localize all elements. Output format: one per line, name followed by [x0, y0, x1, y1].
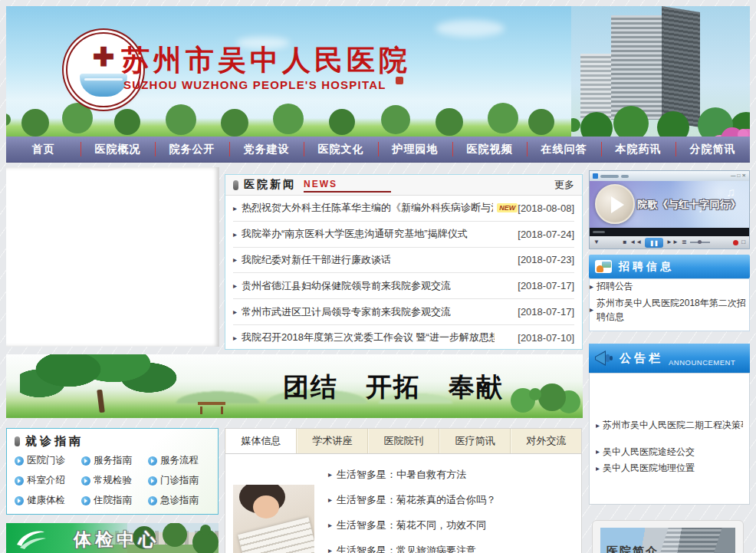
media-tabs-section: 媒体信息 学术讲座 医院院刊 医疗简讯 对外交流 — [225, 428, 582, 553]
pause-button[interactable]: ❚❚ — [645, 238, 663, 248]
maximize-icon[interactable]: □ — [738, 173, 741, 179]
record-icon[interactable] — [733, 240, 738, 245]
media-tab-label: 媒体信息 — [242, 434, 281, 448]
recruit-item-text: 苏州市吴中人民医院2018年第二次招聘信息 — [597, 296, 749, 324]
media-article-item[interactable]: ▸ 生活智多星：菊花不同，功效不同 — [328, 512, 574, 538]
video-caption: 院歌《与红十字同行》 — [637, 198, 741, 212]
news-item-date: [2018-07-17] — [518, 280, 574, 291]
news-item-text: 我院举办“南京医科大学医患沟通研究基地”揭牌仪式 — [242, 227, 468, 241]
nav-item-label: 医院视频 — [467, 143, 513, 156]
media-tab[interactable]: 医疗简讯 — [439, 429, 511, 453]
nav-item[interactable]: 医院概况 — [81, 137, 155, 162]
nav-item[interactable]: 分院简讯 — [675, 137, 750, 162]
guide-link[interactable]: 健康体检 — [15, 494, 81, 507]
guide-link[interactable]: 科室介绍 — [15, 474, 81, 487]
options-icon[interactable]: ▼ — [593, 239, 600, 245]
news-list: ▸ 热烈祝贺大外科主任陈革华主编的《新编外科疾病诊断与治 NEW [2018-0… — [225, 196, 582, 351]
stop-icon[interactable]: ■ — [623, 239, 626, 245]
news-list-item[interactable]: ▸ 我院举办“南京医科大学医患沟通研究基地”揭牌仪式 NEW [2018-07-… — [233, 222, 574, 248]
arrow-bullet-icon: ▸ — [596, 420, 600, 432]
media-article-item[interactable]: ▸ 生活智多星：常见旅游病要注意 — [328, 538, 574, 553]
flower-decor — [738, 129, 748, 137]
arrow-bullet-icon: ▸ — [590, 281, 593, 293]
nav-item[interactable]: 院务公开 — [155, 137, 229, 162]
news-list-item[interactable]: ▸ 我院纪委对新任干部进行廉政谈话 NEW [2018-07-23] — [233, 248, 574, 274]
news-title: 医院新闻 — [244, 178, 296, 192]
media-tab[interactable]: 医院院刊 — [368, 429, 439, 453]
announcement-list: ▸ 苏州市吴中人民医院二期工程决策事 ▸ 吴中人民医院途经公交 ▸ 吴中人民医院… — [589, 373, 750, 505]
guide-link[interactable]: 急诊指南 — [148, 494, 215, 507]
news-header: 医院新闻 NEWS 更多 — [225, 175, 582, 196]
checkup-center-banner[interactable]: 体检中心 — [6, 523, 219, 553]
player-titlebar: — □ ✕ — [590, 171, 749, 181]
hospital-name-cn: 苏州市吴中人民医院 — [121, 41, 411, 80]
nav-item[interactable]: 护理园地 — [378, 137, 452, 162]
news-list-item[interactable]: ▸ 贵州省德江县妇幼保健院领导前来我院参观交流 NEW [2018-07-17] — [233, 273, 574, 299]
building-trees-decor — [571, 118, 580, 132]
announcement-list-item[interactable]: ▸ 吴中人民医院地理位置 — [596, 461, 743, 476]
hospital-building-photo — [571, 6, 750, 137]
news-list-item[interactable]: ▸ 我院召开2018年度第三次党委工作会议 暨“进一步解放思想 NEW [201… — [233, 325, 574, 351]
arrow-bullet-icon: ▸ — [590, 304, 593, 316]
guide-link[interactable]: 住院指南 — [81, 494, 148, 507]
cloud-decor — [436, 20, 505, 37]
previous-icon[interactable]: ◄◄ — [629, 239, 642, 245]
nav-item-label: 首页 — [32, 143, 55, 156]
guide-link-label: 服务流程 — [160, 454, 199, 467]
media-article-item[interactable]: ▸ 生活智多星：中暑自救有方法 — [328, 462, 574, 487]
player-controls: ▼ ■ ◄◄ ❚❚ ►► ≣ □ — [590, 236, 749, 249]
nav-item[interactable]: 医院视频 — [452, 137, 527, 162]
video-player: — □ ✕ ♫ ♪ 院歌《与红十字同行》 ▼ ■ ◄◄ ❚❚ ►► ≣ □ — [589, 170, 750, 249]
playlist-icon[interactable]: ≣ — [682, 239, 687, 245]
close-icon[interactable]: ✕ — [742, 173, 746, 179]
arrow-bullet-icon: ▸ — [233, 230, 237, 239]
guide-title: 就诊指南 — [25, 434, 84, 449]
blue-arrow-circle-icon — [81, 456, 90, 466]
next-icon[interactable]: ►► — [666, 239, 679, 245]
media-tab-label: 学术讲座 — [313, 434, 353, 448]
guide-link[interactable]: 服务流程 — [148, 454, 215, 467]
recruit-section-header: 招聘信息 — [589, 255, 750, 278]
site-header: ✚ 苏州市吴中人民医院 SUZHOU WUZHONG PEOPLE'S HOSP… — [6, 6, 750, 137]
hospital-news-section: 医院新闻 NEWS 更多 ▸ 热烈祝贺大外科主任陈革华主编的《新编外科疾病诊断与… — [225, 174, 583, 350]
announcement-item-text: 吴中人民医院地理位置 — [603, 461, 695, 476]
capsule-bullet-icon — [15, 436, 20, 446]
news-list-item[interactable]: ▸ 常州市武进区卫计局领导专家前来我院参观交流 NEW [2018-07-17] — [233, 299, 574, 325]
nav-item-label: 院务公开 — [169, 143, 215, 156]
hospital-name-en: SUZHOU WUZHONG PEOPLE'S HOSPITAL — [123, 78, 386, 91]
media-tab[interactable]: 学术讲座 — [297, 429, 368, 453]
play-button[interactable] — [595, 184, 635, 224]
guide-link[interactable]: 常规检验 — [81, 474, 148, 487]
announcement-title-en: ANNOUNCEMENT — [669, 358, 735, 367]
media-tab[interactable]: 媒体信息 — [225, 429, 297, 453]
recruit-list-item[interactable]: ▸ 招聘公告 — [590, 279, 749, 294]
recruit-list-item[interactable]: ▸ 苏州市吴中人民医院2018年第二次招聘信息 — [590, 296, 749, 324]
checkup-trees-decor — [200, 525, 211, 535]
hospital-intro-card[interactable]: 医院简介 — [592, 520, 744, 553]
guide-link[interactable]: 服务指南 — [81, 454, 148, 467]
news-item-text: 热烈祝贺大外科主任陈革华主编的《新编外科疾病诊断与治 — [242, 201, 493, 215]
checkup-label: 体检中心 — [74, 528, 159, 551]
media-article-item[interactable]: ▸ 生活智多星：菊花茶真的适合你吗？ — [328, 487, 574, 512]
nav-item[interactable]: 党务建设 — [229, 137, 304, 162]
player-screen: ♫ ♪ 院歌《与红十字同行》 — [590, 181, 749, 228]
guide-link-label: 服务指南 — [94, 454, 132, 467]
news-more-link[interactable]: 更多 — [554, 178, 574, 192]
announcement-list-item[interactable]: ▸ 苏州市吴中人民医院二期工程决策事 — [596, 418, 743, 433]
minimize-icon[interactable]: — — [731, 173, 736, 179]
intro-building-photo: 医院简介 — [600, 528, 735, 553]
nav-item[interactable]: 本院药讯 — [601, 137, 675, 162]
arrow-bullet-icon: ▸ — [328, 495, 332, 504]
nav-item[interactable]: 医院文化 — [304, 137, 378, 162]
guide-link[interactable]: 医院门诊 — [15, 454, 81, 467]
fullscreen-icon[interactable]: □ — [741, 239, 745, 245]
slogan-banner: 团结 开拓 奉献 — [6, 354, 583, 418]
media-tab[interactable]: 对外交流 — [511, 429, 581, 453]
nav-item[interactable]: 在线问答 — [527, 137, 601, 162]
announcement-list-item[interactable]: ▸ 吴中人民医院途经公交 — [596, 445, 743, 459]
nav-item[interactable]: 首页 — [6, 137, 81, 162]
guide-link[interactable]: 门诊指南 — [148, 474, 215, 487]
news-list-item[interactable]: ▸ 热烈祝贺大外科主任陈革华主编的《新编外科疾病诊断与治 NEW [2018-0… — [233, 196, 574, 222]
window-controls: — □ ✕ — [731, 173, 746, 179]
volume-slider[interactable] — [690, 242, 710, 243]
